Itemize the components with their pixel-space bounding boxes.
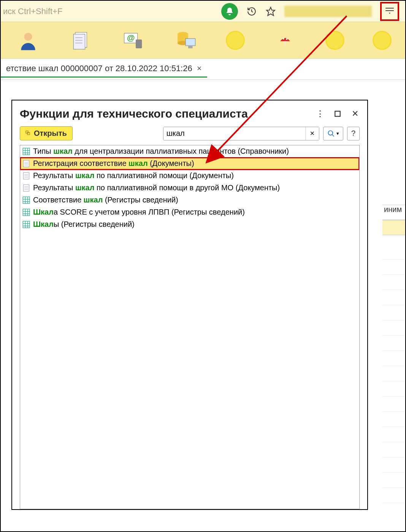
- active-tab[interactable]: етствие шкал 000000007 от 28.10.2022 10:…: [1, 61, 207, 78]
- menu-button-highlighted[interactable]: [380, 2, 399, 21]
- tab-title: етствие шкал 000000007 от 28.10.2022 10:…: [6, 64, 192, 73]
- list-item-text: Шкалы (Регистры сведений): [33, 220, 135, 229]
- search-box: ×: [163, 127, 319, 140]
- clear-search-icon[interactable]: ×: [305, 127, 319, 140]
- svg-rect-48: [23, 209, 30, 216]
- list-item-text: Регистрация соответствие шкал (Документы…: [33, 159, 194, 168]
- dialog-header: Функции для технического специалиста ⋮ ✕: [12, 100, 367, 125]
- dialog-window-controls: ⋮ ✕: [316, 109, 360, 118]
- main-toolbar: @: [1, 22, 405, 59]
- search-action-button[interactable]: ▾: [323, 127, 343, 140]
- svg-point-24: [328, 131, 333, 135]
- svg-rect-53: [23, 221, 30, 228]
- list-item-text: Соответствие шкал (Регистры сведений): [33, 196, 178, 204]
- bg-col-header: иним: [382, 205, 405, 220]
- close-icon[interactable]: ✕: [350, 109, 360, 118]
- star-icon[interactable]: [265, 6, 276, 17]
- list-item[interactable]: Результаты шкал по паллиативной помощи в…: [20, 182, 359, 194]
- close-tab-icon[interactable]: ×: [197, 64, 202, 73]
- tech-functions-dialog: Функции для технического специалиста ⋮ ✕…: [11, 100, 368, 510]
- email-phone-icon[interactable]: @: [121, 28, 145, 53]
- help-button[interactable]: ?: [347, 127, 360, 140]
- list-item-text: Типы шкал для централизации паллиативных…: [33, 147, 289, 156]
- documents-icon[interactable]: [68, 28, 93, 53]
- open-button[interactable]: Открыть: [20, 126, 73, 140]
- list-item[interactable]: Результаты шкал по паллиативной помощи (…: [20, 170, 359, 182]
- svg-marker-0: [266, 7, 275, 16]
- database-monitor-icon[interactable]: [173, 28, 198, 53]
- svg-rect-22: [26, 131, 28, 133]
- svg-line-25: [332, 134, 334, 136]
- svg-rect-43: [23, 197, 30, 204]
- user-name-blurred: [284, 6, 372, 17]
- results-list: Типы шкал для централизации паллиативных…: [20, 145, 360, 509]
- global-search-hint[interactable]: иск Ctrl+Shift+F: [1, 6, 221, 16]
- svg-marker-3: [389, 13, 390, 14]
- list-item[interactable]: Регистрация соответствие шкал (Документы…: [20, 158, 359, 170]
- user-icon[interactable]: [16, 28, 40, 53]
- background-rows: [382, 244, 405, 503]
- maximize-icon[interactable]: [333, 109, 342, 118]
- list-item-text: Результаты шкал по паллиативной помощи в…: [33, 183, 280, 192]
- svg-rect-6: [73, 34, 85, 49]
- dialog-controls-row: Открыть × ▾ ?: [12, 125, 367, 145]
- list-item-text: Шкала SCORE с учетом уровня ЛПВП (Регист…: [33, 208, 245, 217]
- svg-point-18: [283, 38, 284, 39]
- mushroom-icon[interactable]: [273, 28, 297, 53]
- history-icon[interactable]: [246, 6, 257, 17]
- svg-rect-17: [188, 46, 193, 48]
- top-bar: иск Ctrl+Shift+F: [1, 1, 405, 22]
- svg-rect-16: [186, 38, 195, 46]
- bg-col-row: [382, 220, 405, 235]
- toolbar-circle-2[interactable]: [325, 31, 344, 50]
- list-item[interactable]: Типы шкал для централизации паллиативных…: [20, 145, 359, 158]
- toolbar-circle-3[interactable]: [373, 31, 392, 50]
- svg-point-4: [24, 33, 32, 41]
- toolbar-circle-1[interactable]: [226, 31, 245, 50]
- open-button-label: Открыть: [34, 129, 67, 138]
- svg-text:@: @: [127, 33, 135, 42]
- notifications-bell-icon[interactable]: [221, 3, 238, 20]
- chevron-down-icon: ▾: [336, 131, 339, 136]
- dialog-title: Функции для технического специалиста: [20, 107, 316, 120]
- hamburger-icon: [385, 7, 395, 16]
- list-item-text: Результаты шкал по паллиативной помощи (…: [33, 171, 234, 180]
- svg-rect-12: [136, 39, 142, 48]
- list-item[interactable]: Соответствие шкал (Регистры сведений): [20, 194, 359, 206]
- list-item[interactable]: Шкала SCORE с учетом уровня ЛПВП (Регист…: [20, 206, 359, 218]
- tab-bar: етствие шкал 000000007 от 28.10.2022 10:…: [1, 59, 405, 80]
- search-input[interactable]: [163, 127, 305, 140]
- background-column: иним: [382, 205, 405, 235]
- svg-point-19: [286, 38, 287, 40]
- svg-rect-21: [335, 111, 340, 116]
- svg-rect-23: [27, 132, 30, 135]
- help-label: ?: [351, 129, 355, 138]
- list-item[interactable]: Шкалы (Регистры сведений): [20, 218, 359, 231]
- svg-rect-26: [23, 148, 30, 155]
- more-icon[interactable]: ⋮: [316, 109, 325, 118]
- svg-rect-20: [284, 41, 286, 45]
- topbar-icons: [221, 2, 405, 21]
